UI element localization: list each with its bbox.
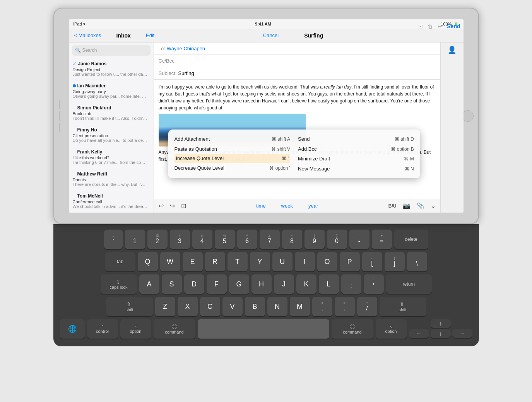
year-option[interactable]: year <box>308 203 318 209</box>
bottom-toolbar: ↩ ↪ ⊡ time week year B/U 📷 📎 ⌄ <box>154 199 440 213</box>
to-field[interactable]: To: Wayne Chinapen <box>154 43 440 55</box>
key-v[interactable]: V <box>222 297 243 316</box>
mail-item[interactable]: ✓ Janie Ramos Design Project Just wanted… <box>69 58 154 80</box>
key-tilde[interactable]: ~ ` <box>104 230 123 249</box>
key-7[interactable]: & 7 <box>260 230 280 249</box>
mail-item[interactable]: Frank Kelly Hike this weekend? I'm think… <box>69 146 154 168</box>
key-s[interactable]: S <box>162 274 182 294</box>
space-key[interactable] <box>198 319 329 339</box>
redo-icon[interactable]: ↪ <box>170 202 175 210</box>
option-right-key[interactable]: ⌥ option <box>376 319 407 339</box>
key-n[interactable]: N <box>267 297 287 316</box>
shift-left-key[interactable]: ⇧shift <box>106 297 153 316</box>
key-x[interactable]: X <box>178 297 198 316</box>
key-k[interactable]: K <box>296 274 316 294</box>
option-left-key[interactable]: ⌥ option <box>120 319 151 339</box>
key-t[interactable]: T <box>228 252 248 271</box>
mail-item[interactable]: Tom McNeil Conference call We should tal… <box>69 190 154 212</box>
key-b[interactable]: B <box>245 297 265 316</box>
key-2[interactable]: @ 2 <box>147 230 168 249</box>
camera-icon[interactable]: 📷 <box>403 202 411 210</box>
caps-lock-key[interactable]: ⇪caps lock <box>101 274 137 294</box>
key-backslash[interactable]: | \ <box>407 252 427 271</box>
return-key[interactable]: return <box>386 274 432 294</box>
key-p[interactable]: P <box>340 252 360 271</box>
subject-value: Surfing <box>178 70 194 76</box>
key-0[interactable]: ) 0 <box>327 230 347 249</box>
key-equals[interactable]: + = <box>372 230 392 249</box>
right-arrow-key[interactable]: → <box>452 329 472 338</box>
key-m[interactable]: M <box>290 297 310 316</box>
key-l[interactable]: L <box>319 274 339 294</box>
shortcut-overlay: Add Attachment ⌘ shift A Paste as Quotat… <box>168 129 420 178</box>
key-9[interactable]: ( 9 <box>304 230 325 249</box>
key-8[interactable]: * 8 <box>282 230 302 249</box>
command-left-key[interactable]: ⌘ command <box>154 319 195 339</box>
shortcut-row: Send ⌘ shift D <box>298 134 414 144</box>
key-z[interactable]: Z <box>155 297 175 316</box>
control-key[interactable]: ⌃ control <box>87 319 118 339</box>
key-d[interactable]: D <box>184 274 204 294</box>
key-w[interactable]: W <box>160 252 180 271</box>
key-c[interactable]: C <box>200 297 220 316</box>
home-button[interactable] <box>462 110 474 122</box>
key-u[interactable]: U <box>272 252 293 271</box>
format-button[interactable]: B/U <box>388 203 397 209</box>
week-option[interactable]: week <box>281 203 293 209</box>
mail-item[interactable]: Michelle Humphrey Thumb drive Did I leav… <box>69 212 154 213</box>
nav-cancel[interactable]: Cancel <box>263 32 279 38</box>
globe-key[interactable]: 🌐 <box>60 319 85 339</box>
up-arrow-key[interactable]: ↑ <box>431 319 451 328</box>
nav-send[interactable]: Send <box>447 23 460 29</box>
collapse-icon[interactable]: ⌄ <box>431 202 436 210</box>
layout-icon[interactable]: ⊡ <box>181 202 186 210</box>
key-y[interactable]: Y <box>250 252 270 271</box>
key-3[interactable]: # 3 <box>170 230 190 249</box>
left-arrow-key[interactable]: ← <box>409 329 429 338</box>
key-h[interactable]: H <box>251 274 272 294</box>
mail-item[interactable]: Simon Pickford Book club I don't think I… <box>69 102 154 124</box>
key-5[interactable]: % 5 <box>215 230 235 249</box>
edit-button[interactable]: Edit <box>146 32 154 38</box>
tab-key[interactable]: tab <box>105 252 135 271</box>
key-comma[interactable]: < , <box>312 297 332 316</box>
compose-body[interactable]: I'm so happy you were able to go to the … <box>154 80 440 199</box>
key-o[interactable]: O <box>317 252 337 271</box>
status-bar: iPad ▾ 9:41 AM 100% 🔋 <box>69 19 464 29</box>
key-g[interactable]: G <box>229 274 249 294</box>
key-i[interactable]: I <box>295 252 315 271</box>
keyboard-row-5: 🌐 ⌃ control ⌥ option ⌘ command ⌘ command… <box>60 319 473 339</box>
back-button[interactable]: < Mailboxes <box>74 32 101 38</box>
delete-key[interactable]: delete <box>394 230 428 249</box>
key-slash[interactable]: ? / <box>357 297 377 316</box>
key-bracket-right[interactable]: } ] <box>385 252 405 271</box>
key-j[interactable]: J <box>274 274 294 294</box>
arrow-keys: ↑ ← ↓ → <box>409 319 472 339</box>
key-r[interactable]: R <box>205 252 225 271</box>
key-minus[interactable]: − - <box>349 230 369 249</box>
attachment-icon[interactable]: 📎 <box>417 202 424 210</box>
key-f[interactable]: F <box>207 274 227 294</box>
key-semicolon[interactable]: : ; <box>341 274 361 294</box>
mail-item[interactable]: Ian Macnider Going-away party Olivia's g… <box>69 80 154 102</box>
search-bar[interactable]: 🔍 Search <box>72 45 151 56</box>
key-a[interactable]: A <box>139 274 159 294</box>
key-period[interactable]: > . <box>335 297 355 316</box>
command-right-key[interactable]: ⌘ command <box>332 319 373 339</box>
mail-item[interactable]: Finny Ho Client presentation Do you have… <box>69 124 154 146</box>
undo-icon[interactable]: ↩ <box>159 202 164 210</box>
keyboard-row-4: ⇧shift Z X C V B N M < , > . ? / ⇧shift <box>60 297 473 316</box>
cc-field[interactable]: Cc/Bcc: <box>154 55 440 67</box>
key-bracket-left[interactable]: { [ <box>362 252 382 271</box>
down-arrow-key[interactable]: ↓ <box>431 329 451 338</box>
mail-item[interactable]: Matthew Reiff Donuts There are donuts in… <box>69 168 154 190</box>
key-6[interactable]: ^ 6 <box>237 230 257 249</box>
key-q[interactable]: Q <box>138 252 158 271</box>
key-quote[interactable]: " ' <box>364 274 384 294</box>
subject-field[interactable]: Subject: Surfing <box>154 67 440 80</box>
time-option[interactable]: time <box>256 203 266 209</box>
shift-right-key[interactable]: ⇧shift <box>380 297 426 316</box>
key-e[interactable]: E <box>183 252 203 271</box>
key-1[interactable]: ! 1 <box>125 230 145 249</box>
key-4[interactable]: $ 4 <box>192 230 212 249</box>
